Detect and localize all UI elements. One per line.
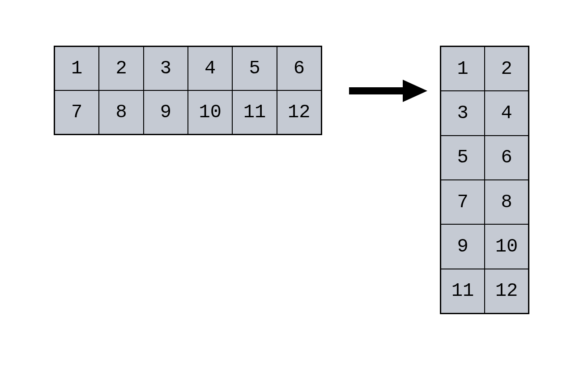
source-cell: 11 xyxy=(232,90,277,134)
source-cell: 12 xyxy=(277,90,321,134)
source-cell: 8 xyxy=(99,90,143,134)
source-cell: 4 xyxy=(188,47,232,90)
result-cell: 5 xyxy=(441,136,485,180)
result-cell: 10 xyxy=(485,224,528,269)
source-matrix-2x6: 1 2 3 4 5 6 7 8 9 10 11 12 xyxy=(54,46,322,135)
transform-arrow xyxy=(347,77,427,104)
source-cell: 9 xyxy=(144,90,188,134)
source-cell: 2 xyxy=(99,47,143,90)
source-cell: 10 xyxy=(188,90,232,134)
source-cell: 7 xyxy=(55,90,99,134)
svg-marker-1 xyxy=(403,80,427,102)
result-cell: 12 xyxy=(485,269,528,313)
result-cell: 4 xyxy=(485,91,528,135)
result-cell: 11 xyxy=(441,269,485,313)
result-cell: 2 xyxy=(485,47,528,91)
result-cell: 3 xyxy=(441,91,485,135)
result-matrix-6x2: 1 2 3 4 5 6 7 8 9 10 11 12 xyxy=(440,46,529,314)
source-cell: 5 xyxy=(232,47,277,90)
source-cell: 1 xyxy=(55,47,99,90)
diagram-stage: 1 2 3 4 5 6 7 8 9 10 11 12 1 2 3 4 5 6 7… xyxy=(0,0,588,367)
source-cell: 3 xyxy=(144,47,188,90)
source-cell: 6 xyxy=(277,47,321,90)
arrow-right-icon xyxy=(347,77,427,104)
result-cell: 7 xyxy=(441,180,485,224)
result-cell: 6 xyxy=(485,136,528,180)
result-cell: 1 xyxy=(441,47,485,91)
result-cell: 8 xyxy=(485,180,528,224)
result-cell: 9 xyxy=(441,224,485,269)
